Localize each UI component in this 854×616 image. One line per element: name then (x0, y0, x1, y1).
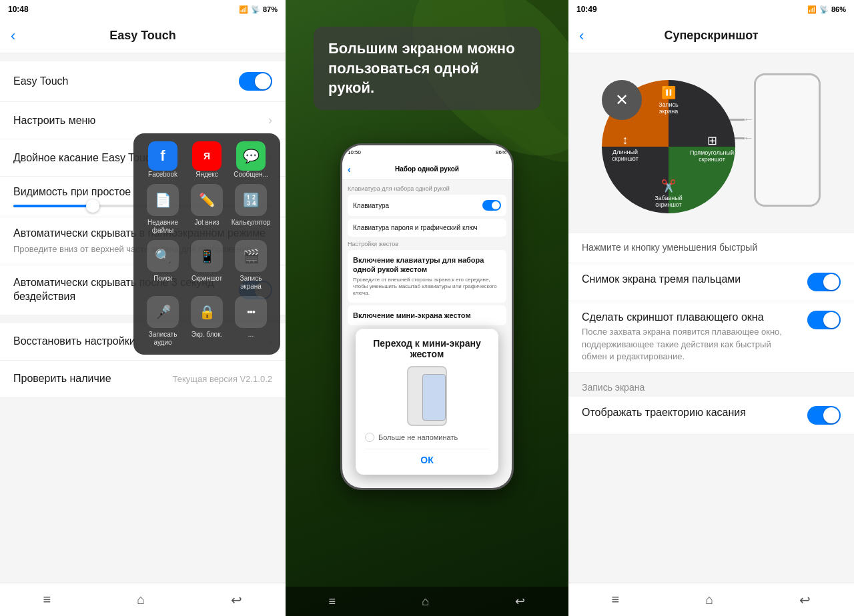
status-bar-1: 10:48 📶 📡 87% (0, 0, 286, 19)
check-updates-item[interactable]: Проверить наличие Текущая версия V2.1.0.… (0, 361, 286, 398)
phone-back-icon[interactable]: ‹ (348, 164, 351, 175)
fm-recent-files[interactable]: 📄 Недавние файлы (141, 184, 184, 235)
rect-screenshot-icon: ⊞ (707, 133, 717, 148)
yandex-label: Яндекс (195, 171, 218, 179)
fm-jot[interactable]: ✏️ Jot вниз (185, 184, 228, 235)
fm-yandex[interactable]: Я Яндекс (185, 141, 228, 179)
close-icon: ✕ (615, 91, 628, 109)
cm-long-screenshot[interactable]: ↕️ Длинный скриншот (605, 133, 645, 162)
circular-menu-container[interactable]: ⏸️ Запись экрана ↕️ Длинный скриншот ⊞ П… (602, 80, 735, 213)
signal-icon: 📶 (239, 5, 248, 14)
hint-text: Нажмите и кнопку уменьшения быстрый (568, 233, 854, 263)
nav-menu-icon[interactable]: ≡ (43, 592, 51, 607)
nav-back-icon[interactable]: ↩ (231, 592, 242, 608)
facebook-icon: f (148, 141, 177, 171)
phone-gesture2-row: Включение мини-экрана жестом (348, 305, 506, 325)
screen-lock-icon: 🔒 (191, 296, 223, 328)
floating-menu[interactable]: f Facebook Я Яндекс 💬 Сообщен... 📄 Недав… (133, 133, 280, 355)
keyboard-toggle[interactable] (482, 200, 501, 211)
more-icon: ••• (235, 296, 267, 328)
nav2-home-icon[interactable]: ⌂ (422, 595, 429, 609)
touch-trajectory-toggle[interactable] (807, 406, 841, 425)
easy-touch-toggle[interactable] (239, 72, 272, 91)
wifi-icon-3: 📡 (819, 5, 829, 14)
p3-settings: Снимок экрана тремя пальцами Сделать скр… (568, 263, 854, 435)
gesture1-sub: Проведите от внешней стороны экрана к ег… (353, 277, 501, 297)
fm-audio[interactable]: 🎤 Записать аудио (141, 296, 184, 347)
dialog-ok-button[interactable]: ОК (365, 449, 489, 465)
arrow-head-1: ← (743, 113, 754, 125)
fm-search[interactable]: 🔍 Поиск (141, 240, 184, 291)
dialog-title: Переход к мини-экрану жестом (365, 338, 489, 359)
audio-icon: 🎤 (147, 296, 179, 328)
mini-dialog: Переход к мини-экрану жестом Больше не н… (356, 329, 498, 475)
floating-screenshot-toggle[interactable] (807, 311, 841, 329)
phone-section2: Настройки жестов (348, 241, 506, 247)
phone-gesture1-row: Включение клавиатуры для набора одной ру… (348, 250, 506, 303)
touch-trajectory-item[interactable]: Отображать траекторию касания (568, 397, 854, 435)
nav2-back-icon[interactable]: ↩ (515, 594, 525, 609)
cm-fun-screenshot[interactable]: ✂️ Забавный скриншот (649, 179, 689, 208)
cm-record-screen[interactable]: ⏸️ Запись экрана (649, 85, 689, 115)
nav3-menu-icon[interactable]: ≡ (612, 592, 620, 607)
fm-facebook[interactable]: f Facebook (141, 141, 184, 179)
slider-thumb[interactable] (86, 199, 99, 213)
cm-rect-screenshot[interactable]: ⊞ Прямоугольный скриншот (692, 133, 732, 163)
nav3-back-icon[interactable]: ↩ (799, 592, 811, 608)
easy-touch-toggle-item[interactable]: Easy Touch (0, 61, 286, 102)
phone-time: 10:50 (348, 149, 361, 155)
checkbox-label: Больше не напоминать (378, 433, 458, 441)
screenshot-label: Скриншот (191, 275, 222, 283)
fm-more[interactable]: ••• ... (230, 296, 272, 347)
phone-nav: ‹ Набор одной рукой (342, 159, 512, 180)
phone-nav-title: Набор одной рукой (395, 165, 459, 173)
nav3-home-icon[interactable]: ⌂ (705, 592, 713, 607)
nav-bar-3: ‹ Суперскриншот (568, 19, 854, 53)
record-icon: ⏸️ (661, 85, 676, 100)
keyboard-label: Клавиатура (353, 202, 389, 209)
panel2-content: Большим экраном можно пользоваться одной… (286, 0, 568, 616)
status-bar-3: 10:49 📶 📡 86% (568, 0, 854, 19)
back-button-1[interactable]: ‹ (11, 27, 15, 45)
check-updates-label: Проверить наличие (13, 373, 111, 385)
fm-screen-lock[interactable]: 🔒 Экр. блок. (185, 296, 228, 347)
three-finger-item[interactable]: Снимок экрана тремя пальцами (568, 263, 854, 301)
demo-container: ← ← ⏸️ Запись экрана (582, 67, 841, 227)
messages-icon: 💬 (236, 141, 266, 171)
bottom-nav-2: ≡ ⌂ ↩ (286, 587, 568, 616)
checkbox-circle[interactable] (365, 433, 374, 442)
slider-fill (13, 205, 91, 207)
nav2-menu-icon[interactable]: ≡ (329, 595, 336, 609)
fm-screenshot[interactable]: 📱 Скриншот (185, 240, 228, 291)
phone-mockup: 10:50 86% ‹ Набор одной рукой Клавиатура… (314, 123, 540, 523)
screen-record-label: Запись экрана (230, 275, 272, 291)
back-button-3[interactable]: ‹ (579, 27, 584, 45)
phone-password-row: Клавиатура пароля и графический ключ (348, 219, 506, 237)
chevron-right-icon: › (268, 113, 272, 127)
phone-keyboard-row: Клавиатура (348, 195, 506, 216)
fm-calculator[interactable]: 🔢 Калькулятор (230, 184, 272, 235)
status-time-1: 10:48 (8, 5, 29, 14)
fm-screen-record[interactable]: 🎬 Запись экрана (230, 240, 272, 291)
restore-settings-label: Восстановить настройки (13, 335, 135, 347)
fm-messages[interactable]: 💬 Сообщен... (230, 141, 272, 179)
nav-home-icon[interactable]: ⌂ (137, 592, 145, 607)
wifi-icon: 📡 (251, 5, 260, 14)
screenshot-icon: 📱 (191, 240, 223, 272)
floating-menu-tools3-row: 🎤 Записать аудио 🔒 Экр. блок. ••• ... (141, 296, 272, 347)
floating-screenshot-label: Сделать скриншот плавающего окна (582, 311, 793, 325)
big-text-box: Большим экраном можно пользоваться одной… (314, 27, 540, 110)
three-finger-toggle[interactable] (807, 273, 841, 291)
floating-screenshot-item[interactable]: Сделать скриншот плавающего окна После з… (568, 301, 854, 373)
dialog-checkbox-row[interactable]: Больше не напоминать (365, 433, 489, 442)
jot-icon: ✏️ (191, 184, 223, 216)
three-finger-label: Снимок экрана тремя пальцами (582, 273, 741, 287)
nav-bar-1: ‹ Easy Touch (0, 19, 286, 53)
phone-status-bar: 10:50 86% (342, 145, 512, 159)
circular-menu[interactable]: ⏸️ Запись экрана ↕️ Длинный скриншот ⊞ П… (602, 80, 735, 213)
screen-record-icon: 🎬 (235, 240, 267, 272)
rect-screenshot-label: Прямоугольный скриншот (690, 149, 734, 163)
panel-one-hand: Большим экраном можно пользоваться одной… (286, 0, 568, 616)
status-time-3: 10:49 (576, 5, 597, 14)
cm-close-button[interactable]: ✕ (602, 80, 642, 120)
